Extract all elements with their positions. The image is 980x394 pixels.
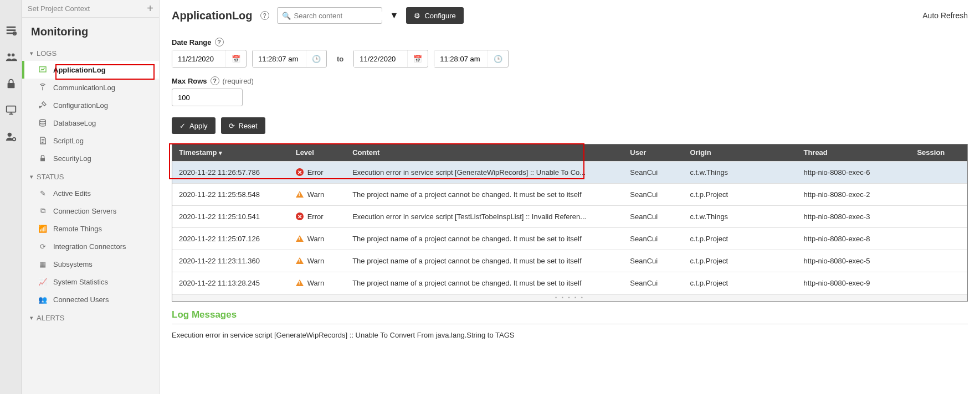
cell-content: The project name of a project cannot be …: [346, 227, 623, 250]
sidebar-item-subsystems[interactable]: ▦Subsystems: [22, 255, 159, 273]
project-context-placeholder[interactable]: Set Project Context: [28, 4, 90, 13]
svg-rect-4: [6, 106, 16, 112]
to-date-field[interactable]: 📅: [353, 50, 428, 68]
add-context-icon[interactable]: +: [147, 2, 153, 15]
cell-thread: http-nio-8080-exec-5: [797, 250, 910, 272]
cell-timestamp: 2020-11-22 11:25:10.541: [172, 205, 289, 227]
sidebar-item-connection-servers[interactable]: ⧉Connection Servers: [22, 202, 159, 220]
filter-icon[interactable]: ▼: [390, 11, 399, 20]
col-origin[interactable]: Origin: [683, 144, 797, 161]
from-date-input[interactable]: [172, 50, 225, 67]
splitter-handle[interactable]: • • • • •: [172, 294, 967, 301]
warn-icon: [296, 257, 304, 264]
to-date-input[interactable]: [354, 50, 407, 67]
sidebar-item-databaselog[interactable]: DatabaseLog: [22, 114, 159, 132]
chevron-down-icon: ▾: [30, 314, 33, 322]
to-time-input[interactable]: [434, 50, 488, 67]
sidebar-item-label: ConfigurationLog: [53, 101, 108, 110]
cell-level: Warn: [289, 227, 346, 250]
cell-content: Execution error in service script [Gener…: [346, 161, 623, 183]
sidebar-item-system-statistics[interactable]: 📈System Statistics: [22, 273, 159, 291]
gear-user-icon[interactable]: [5, 131, 17, 143]
gear-icon: ⚙: [414, 12, 420, 20]
help-icon[interactable]: ?: [260, 11, 269, 20]
col-user[interactable]: User: [623, 144, 683, 161]
calendar-icon[interactable]: 📅: [225, 50, 246, 67]
auto-refresh-label[interactable]: Auto Refresh: [922, 11, 968, 20]
apply-button[interactable]: ✓ Apply: [172, 117, 216, 134]
clock-icon[interactable]: 🕒: [488, 50, 508, 67]
cell-session: [910, 205, 967, 227]
group-status[interactable]: ▾ STATUS: [22, 167, 159, 184]
cell-origin: c.t.w.Things: [683, 205, 797, 227]
sidebar-item-label: ApplicationLog: [53, 66, 106, 74]
lock-icon[interactable]: [5, 77, 17, 90]
sidebar-item-configurationlog[interactable]: ConfigurationLog: [22, 96, 159, 114]
sidebar-item-connected-users[interactable]: 👥Connected Users: [22, 291, 159, 308]
sidebar-item-label: ScriptLog: [53, 137, 84, 145]
sidebar-item-scriptlog[interactable]: ScriptLog: [22, 132, 159, 149]
to-time-field[interactable]: 🕒: [434, 50, 509, 68]
check-icon: ✓: [179, 122, 186, 130]
section-title: Monitoring: [22, 18, 159, 44]
sidebar-item-remote-things[interactable]: 📶Remote Things: [22, 220, 159, 237]
help-icon[interactable]: ?: [211, 76, 219, 85]
svg-point-5: [7, 133, 11, 137]
log-table: Timestamp▾ Level Content User Origin Thr…: [172, 144, 967, 294]
configure-button[interactable]: ⚙ Configure: [406, 7, 463, 24]
search-input-wrap[interactable]: 🔍: [277, 7, 382, 24]
search-input[interactable]: [294, 12, 387, 20]
clock-icon[interactable]: 🕒: [306, 50, 326, 67]
cell-origin: c.t.p.Project: [683, 272, 797, 294]
col-thread[interactable]: Thread: [797, 144, 910, 161]
group-alerts-label: ALERTS: [37, 314, 64, 322]
sidebar-item-integration-connectors[interactable]: ⟳Integration Connectors: [22, 237, 159, 255]
from-time-field[interactable]: 🕒: [252, 50, 327, 68]
log-table-wrap: Timestamp▾ Level Content User Origin Thr…: [172, 144, 968, 302]
sidebar: Set Project Context + Monitoring ▾ LOGS …: [22, 0, 160, 394]
monitor-icon[interactable]: [5, 104, 17, 116]
sidebar-item-label: System Statistics: [53, 278, 108, 286]
table-row[interactable]: 2020-11-22 11:25:07.126WarnThe project n…: [172, 227, 967, 250]
col-content[interactable]: Content: [346, 144, 623, 161]
col-session[interactable]: Session: [910, 144, 967, 161]
sidebar-item-active-edits[interactable]: ✎Active Edits: [22, 184, 159, 202]
users-small-icon: 👥: [38, 294, 48, 304]
sidebar-item-label: DatabaseLog: [53, 119, 96, 127]
table-row[interactable]: 2020-11-22 11:23:11.360WarnThe project n…: [172, 250, 967, 272]
from-time-input[interactable]: [253, 50, 306, 67]
cell-session: [910, 250, 967, 272]
col-timestamp[interactable]: Timestamp▾: [172, 144, 289, 161]
applog-icon: [38, 65, 48, 75]
cell-user: SeanCui: [623, 161, 683, 183]
cell-origin: c.t.p.Project: [683, 183, 797, 205]
cell-thread: http-nio-8080-exec-8: [797, 227, 910, 250]
group-alerts[interactable]: ▾ ALERTS: [22, 308, 159, 325]
sidebar-item-applicationlog[interactable]: ApplicationLog: [22, 61, 159, 79]
database-icon: [38, 118, 48, 128]
cell-level: Warn: [289, 272, 346, 294]
browse-icon[interactable]: [5, 24, 17, 37]
warn-icon: [296, 191, 304, 198]
max-rows-label: Max Rows: [172, 77, 207, 85]
sidebar-item-communicationlog[interactable]: CommunicationLog: [22, 79, 159, 96]
cell-timestamp: 2020-11-22 11:26:57.786: [172, 161, 289, 183]
table-row[interactable]: 2020-11-22 11:25:10.541✕ErrorExecution e…: [172, 205, 967, 227]
col-level[interactable]: Level: [289, 144, 346, 161]
help-icon[interactable]: ?: [215, 38, 224, 46]
from-date-field[interactable]: 📅: [172, 50, 247, 68]
max-rows-input[interactable]: [172, 89, 243, 106]
table-row[interactable]: 2020-11-22 11:26:57.786✕ErrorExecution e…: [172, 161, 967, 183]
group-logs[interactable]: ▾ LOGS: [22, 44, 159, 61]
sidebar-item-securitylog[interactable]: SecurityLog: [22, 149, 159, 167]
svg-rect-3: [7, 83, 14, 88]
cell-level: Warn: [289, 183, 346, 205]
users-icon[interactable]: [5, 51, 17, 63]
table-row[interactable]: 2020-11-22 11:13:28.245WarnThe project n…: [172, 272, 967, 294]
table-row[interactable]: 2020-11-22 11:25:58.548WarnThe project n…: [172, 183, 967, 205]
sidebar-item-label: CommunicationLog: [53, 84, 115, 92]
reset-button[interactable]: ⟳ Reset: [221, 117, 265, 134]
svg-rect-9: [40, 158, 45, 161]
calendar-icon[interactable]: 📅: [407, 50, 428, 67]
cell-thread: http-nio-8080-exec-3: [797, 205, 910, 227]
